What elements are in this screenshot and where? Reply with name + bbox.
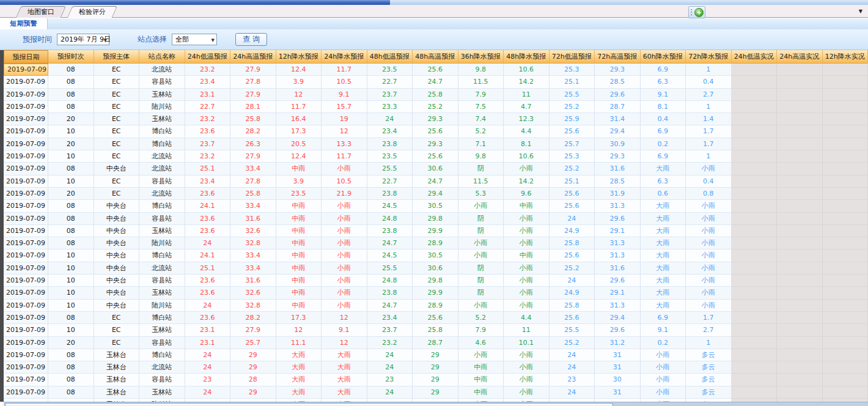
table-cell[interactable]: 4.4 xyxy=(504,125,550,138)
table-cell[interactable]: 29.3 xyxy=(595,64,641,76)
table-cell[interactable]: 24.7 xyxy=(367,237,413,249)
table-cell[interactable]: 23.6 xyxy=(185,225,231,237)
table-cell[interactable]: 6.3 xyxy=(641,175,686,188)
table-cell[interactable]: 8.1 xyxy=(641,101,686,113)
table-cell[interactable]: 大雨 xyxy=(322,361,367,374)
table-cell[interactable]: 11 xyxy=(504,324,550,336)
table-cell[interactable]: 31.6 xyxy=(230,275,276,287)
table-cell[interactable]: 容县站 xyxy=(139,275,185,287)
table-cell[interactable]: 14.2 xyxy=(504,76,550,88)
table-cell[interactable] xyxy=(732,138,778,150)
table-cell[interactable]: 31.9 xyxy=(595,188,641,200)
table-cell[interactable]: 大雨 xyxy=(276,361,322,374)
table-cell[interactable]: 11.5 xyxy=(458,76,504,88)
table-cell[interactable]: 1.7 xyxy=(686,312,732,324)
table-cell[interactable]: 小雨 xyxy=(504,237,550,249)
table-cell[interactable] xyxy=(823,275,868,287)
table-cell[interactable]: 20 xyxy=(48,113,94,125)
table-cell[interactable]: 2.7 xyxy=(686,89,732,101)
table-cell[interactable]: 24 xyxy=(367,113,413,125)
table-cell[interactable]: 29.4 xyxy=(595,125,641,138)
table-cell[interactable]: 大雨 xyxy=(276,374,322,386)
table-cell[interactable] xyxy=(732,113,778,125)
table-cell[interactable]: EC xyxy=(94,113,140,125)
table-cell[interactable]: 多云 xyxy=(686,361,732,374)
table-cell[interactable]: 北流站 xyxy=(139,64,185,76)
table-cell[interactable]: 容县站 xyxy=(139,175,185,188)
table-cell[interactable]: 小雨 xyxy=(504,163,550,175)
table-cell[interactable] xyxy=(777,76,823,88)
table-cell[interactable] xyxy=(823,287,868,299)
table-cell[interactable]: 28.2 xyxy=(230,312,276,324)
table-cell[interactable]: 24.9 xyxy=(550,225,595,237)
table-cell[interactable] xyxy=(732,300,778,312)
table-cell[interactable]: 12 xyxy=(322,125,367,138)
table-cell[interactable]: 31.2 xyxy=(595,337,641,349)
table-cell[interactable]: 小雨 xyxy=(322,200,367,212)
table-cell[interactable]: 25.1 xyxy=(550,76,595,88)
table-cell[interactable]: 小雨 xyxy=(686,200,732,212)
table-cell[interactable] xyxy=(823,125,868,138)
table-cell[interactable]: 25.8 xyxy=(413,89,458,101)
table-cell[interactable]: 17.3 xyxy=(276,312,322,324)
table-cell[interactable]: 30.6 xyxy=(413,262,458,275)
table-cell[interactable]: 22.7 xyxy=(367,76,413,88)
table-cell[interactable]: 28.9 xyxy=(413,237,458,249)
table-cell[interactable]: EC xyxy=(94,138,140,150)
table-cell[interactable]: 小雨 xyxy=(504,225,550,237)
table-cell[interactable]: 7.1 xyxy=(458,138,504,150)
table-cell[interactable]: 玉林台 xyxy=(94,386,140,399)
table-cell[interactable]: 25.6 xyxy=(413,312,458,324)
table-cell[interactable]: 大雨 xyxy=(641,237,686,249)
table-cell[interactable]: 23.7 xyxy=(185,138,231,150)
table-cell[interactable] xyxy=(777,200,823,212)
table-cell[interactable]: 小雨 xyxy=(504,349,550,361)
table-cell[interactable] xyxy=(732,275,778,287)
table-cell[interactable]: 1 xyxy=(686,337,732,349)
table-cell[interactable]: 12 xyxy=(276,89,322,101)
table-cell[interactable]: 中雨 xyxy=(504,249,550,262)
table-cell[interactable]: 23.8 xyxy=(367,287,413,299)
table-cell[interactable]: 29.4 xyxy=(595,312,641,324)
table-cell[interactable] xyxy=(823,163,868,175)
column-header[interactable]: 72h低温预报 xyxy=(550,50,595,64)
table-cell[interactable]: 2.7 xyxy=(686,324,732,336)
table-cell[interactable]: 2019-07-09 xyxy=(4,113,48,125)
table-cell[interactable]: 10 xyxy=(48,262,94,275)
column-header[interactable]: 36h降水预报 xyxy=(458,50,504,64)
table-cell[interactable]: 2019-07-09 xyxy=(4,287,48,299)
table-cell[interactable]: 陆川站 xyxy=(139,101,185,113)
table-cell[interactable]: 小雨 xyxy=(504,275,550,287)
table-cell[interactable]: 31.4 xyxy=(595,113,641,125)
table-cell[interactable]: 2019-07-09 xyxy=(4,237,48,249)
table-cell[interactable]: 24 xyxy=(550,275,595,287)
table-cell[interactable]: 中雨 xyxy=(458,386,504,399)
table-cell[interactable]: 25.8 xyxy=(230,113,276,125)
table-cell[interactable]: 08 xyxy=(48,101,94,113)
table-cell[interactable]: 31.6 xyxy=(595,262,641,275)
table-cell[interactable]: 31.3 xyxy=(595,237,641,249)
table-cell[interactable]: 31.6 xyxy=(595,163,641,175)
table-cell[interactable]: 中央台 xyxy=(94,275,140,287)
table-cell[interactable] xyxy=(777,113,823,125)
table-cell[interactable]: 2019-07-09 xyxy=(4,249,48,262)
table-cell[interactable]: 北流站 xyxy=(139,163,185,175)
table-cell[interactable] xyxy=(732,101,778,113)
table-cell[interactable]: EC xyxy=(94,64,140,76)
table-cell[interactable]: 24.7 xyxy=(367,300,413,312)
table-cell[interactable]: 32.6 xyxy=(230,287,276,299)
table-cell[interactable]: 29.6 xyxy=(595,275,641,287)
table-cell[interactable]: 小雨 xyxy=(641,349,686,361)
table-cell[interactable]: 29.3 xyxy=(595,150,641,163)
table-cell[interactable]: 33.4 xyxy=(230,163,276,175)
table-cell[interactable]: 28.7 xyxy=(595,101,641,113)
table-cell[interactable]: 2019-07-09 xyxy=(4,275,48,287)
table-cell[interactable] xyxy=(732,312,778,324)
table-cell[interactable]: 29 xyxy=(230,349,276,361)
table-cell[interactable]: 25.6 xyxy=(550,312,595,324)
table-cell[interactable]: 08 xyxy=(48,374,94,386)
table-cell[interactable]: 12 xyxy=(322,312,367,324)
table-cell[interactable]: 29.9 xyxy=(413,225,458,237)
table-cell[interactable] xyxy=(777,89,823,101)
table-cell[interactable]: 玉林台 xyxy=(94,374,140,386)
